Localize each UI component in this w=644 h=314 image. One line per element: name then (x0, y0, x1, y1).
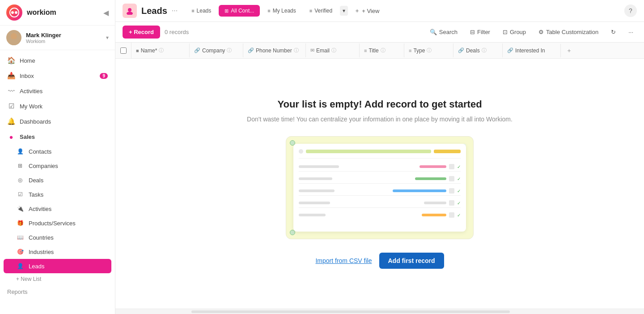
tab-leads-label: Leads (197, 8, 212, 14)
user-name: Mark Klinger (26, 32, 102, 39)
illus-bar (299, 202, 330, 204)
sidebar-item-label: Industries (29, 249, 54, 255)
search-button[interactable]: 🔍 Search (426, 26, 461, 38)
sidebar-collapse-button[interactable]: ◀ (103, 9, 109, 17)
th-deals-icon: 🔗 (458, 47, 464, 53)
tab-leads[interactable]: ≡ Leads (186, 5, 217, 17)
table-customization-button[interactable]: ⚙ Table Customization (535, 26, 602, 38)
refresh-button[interactable]: ↻ (607, 26, 619, 38)
search-label: Search (439, 29, 458, 35)
more-options-button[interactable]: ··· (625, 26, 637, 38)
sidebar-item-inbox[interactable]: 📥 Inbox 9 (0, 68, 115, 83)
topbar: Leads ··· ≡ Leads ⊞ All Cont... ≡ My Lea… (115, 0, 644, 22)
th-email-label: Email (316, 47, 330, 54)
illus-bar (299, 177, 332, 180)
activities-icon: 〰 (7, 87, 15, 95)
sidebar-item-home[interactable]: 🏠 Home (0, 53, 115, 68)
th-company-info[interactable]: ⓘ (227, 47, 232, 54)
sidebar-item-reports[interactable]: Reports (0, 285, 115, 299)
page-title: Leads (141, 6, 167, 16)
records-count: 0 records (165, 29, 189, 35)
illus-row-5: ✓ (299, 211, 461, 219)
bottom-scrollbar[interactable] (115, 309, 644, 314)
filter-button[interactable]: ⊟ Filter (466, 26, 494, 38)
sidebar-item-label: Deals (29, 177, 43, 184)
add-view-button[interactable]: ＋ + View (350, 4, 384, 17)
illus-inner: ✓ ✓ ✓ (293, 144, 466, 232)
sidebar-header: workiom ◀ (0, 0, 115, 26)
select-all-input[interactable] (120, 47, 127, 54)
contacts-icon: 👤 (16, 147, 24, 155)
th-deals-label: Deals (466, 47, 480, 54)
th-title-info[interactable]: ⓘ (381, 47, 386, 54)
tab-verified[interactable]: ≡ Verified (304, 5, 338, 17)
app-logo[interactable] (6, 4, 22, 21)
illus-check: ✓ (457, 164, 461, 169)
dashboards-icon: 🔔 (7, 117, 15, 125)
add-record-button[interactable]: + Record (123, 26, 160, 39)
sidebar-item-label: Inbox (20, 73, 34, 79)
sidebar-item-contacts[interactable]: 👤 Contacts (0, 144, 115, 159)
new-list-button[interactable]: + New List (0, 273, 115, 285)
add-column-button[interactable]: ＋ (561, 47, 577, 55)
sidebar-item-activities[interactable]: 〰 Activities (0, 83, 115, 99)
sales-icon: ● (7, 133, 15, 141)
products-icon: 🎁 (16, 219, 24, 227)
illus-check: ✓ (457, 213, 461, 218)
industries-icon: 🎯 (16, 248, 24, 256)
sidebar-item-my-work[interactable]: ☑ My Work (0, 99, 115, 114)
th-company-icon: 🔗 (194, 47, 200, 53)
sidebar-nav: 🏠 Home 📥 Inbox 9 〰 Activities ☑ My Work … (0, 50, 115, 314)
sidebar-item-deals[interactable]: ◎ Deals (0, 173, 115, 187)
sidebar-item-sales[interactable]: ● Sales (0, 129, 115, 144)
user-profile[interactable]: Mark Klinger Workiom ▾ (0, 26, 115, 50)
illus-bar-blue (393, 189, 446, 192)
my-work-icon: ☑ (7, 102, 15, 110)
sidebar-item-countries[interactable]: 📖 Countries (0, 230, 115, 245)
th-type-info[interactable]: ⓘ (427, 47, 432, 54)
sidebar-item-products-services[interactable]: 🎁 Products/Services (0, 216, 115, 230)
illus-row-2: ✓ (299, 174, 461, 184)
sidebar-item-dashboards[interactable]: 🔔 Dashboards (0, 114, 115, 129)
view-tabs: ≡ Leads ⊞ All Cont... ≡ My Leads ≡ Verif… (186, 4, 620, 17)
sidebar-item-industries[interactable]: 🎯 Industries (0, 245, 115, 259)
illus-bar-pink (419, 165, 446, 168)
page-more-button[interactable]: ··· (172, 7, 178, 15)
more-options-icon: ··· (628, 29, 633, 35)
group-button[interactable]: ⊡ Group (499, 26, 530, 38)
empty-illustration: 46% ✓ (286, 136, 474, 239)
illus-bar (299, 214, 326, 216)
svg-point-5 (128, 8, 131, 12)
activities-sub-icon: 🔌 (16, 205, 24, 213)
empty-state-subtitle: Don't waste time! You can centralize you… (247, 116, 513, 123)
th-name-info[interactable]: ⓘ (159, 47, 164, 54)
deals-icon: ◎ (16, 176, 24, 184)
import-csv-link[interactable]: Import from CSV file (315, 257, 372, 264)
th-phone-icon: 🔗 (248, 47, 254, 53)
th-email-info[interactable]: ⓘ (331, 47, 336, 54)
sidebar-item-tasks[interactable]: ☑ Tasks (0, 187, 115, 202)
sidebar-item-label: Companies (29, 163, 58, 169)
sidebar-item-leads[interactable]: 👤 Leads (4, 259, 111, 273)
illus-check: ✓ (457, 176, 461, 181)
add-first-record-button[interactable]: Add first record (379, 253, 444, 269)
select-all-checkbox[interactable] (115, 43, 131, 58)
th-phone-info[interactable]: ⓘ (294, 47, 299, 54)
th-name: ■ Name* ⓘ (131, 43, 190, 57)
illus-bar-accent (434, 150, 461, 153)
search-icon: 🔍 (430, 29, 437, 35)
tab-all-contacts[interactable]: ⊞ All Cont... (219, 5, 260, 17)
filter-icon: ⊟ (470, 29, 475, 35)
svg-point-2 (15, 11, 17, 14)
th-email: ✉ Email ⓘ (306, 43, 360, 57)
illus-icon (449, 200, 454, 206)
sidebar-item-activities-sub[interactable]: 🔌 Activities (0, 202, 115, 216)
empty-actions: Import from CSV file Add first record (315, 253, 444, 269)
illus-icon (449, 164, 454, 169)
help-button[interactable]: ? (624, 4, 637, 17)
th-deals-info[interactable]: ⓘ (482, 47, 487, 54)
tabs-dropdown-button[interactable]: ▾ (340, 6, 348, 16)
tab-my-leads[interactable]: ≡ My Leads (262, 5, 301, 17)
user-info: Mark Klinger Workiom (26, 32, 102, 44)
sidebar-item-companies[interactable]: ⊞ Companies (0, 159, 115, 173)
